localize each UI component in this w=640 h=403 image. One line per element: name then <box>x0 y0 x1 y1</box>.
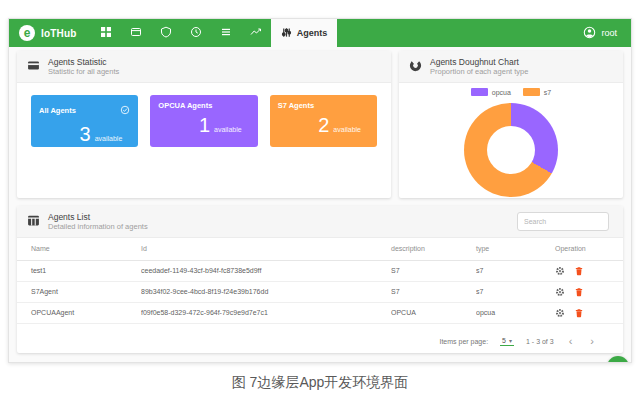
trending-icon <box>250 24 262 42</box>
table-row: S7Agent 89b34f02-9cee-4bcd-8f19-f24e39b1… <box>17 281 623 302</box>
panel-title: Agents Doughnut Chart <box>430 57 528 68</box>
figure-caption: 图 7边缘层App开发环境界面 <box>0 374 640 392</box>
card-value: 1 <box>199 115 210 135</box>
page-range-label: 1 - 3 of 3 <box>526 338 554 345</box>
legend-item-opcua[interactable]: opcua <box>471 88 511 96</box>
agents-statistic-panel: Agents Statistic Statistic for all agent… <box>17 51 391 198</box>
cell-description: OPCUA <box>391 302 476 323</box>
agents-statistic-header: Agents Statistic Statistic for all agent… <box>17 51 391 83</box>
panel-subtitle: Detailed information of agents <box>48 222 148 231</box>
card-unit: available <box>333 126 361 133</box>
cell-name: test1 <box>17 260 141 281</box>
card-value: 3 <box>80 124 91 144</box>
delete-button[interactable] <box>574 308 584 318</box>
agents-list-header: Agents List Detailed information of agen… <box>17 206 623 238</box>
top-navbar: e IoTHub <box>9 19 631 47</box>
tab-agents-label: Agents <box>297 28 328 38</box>
card-unit: available <box>95 135 123 142</box>
agents-list-panel: Agents List Detailed information of agen… <box>17 206 623 353</box>
cell-name: S7Agent <box>17 281 141 302</box>
table-row: OPCUAAgent f09f0e58-d329-472c-964f-79c9e… <box>17 302 623 323</box>
panel-title: Agents List <box>48 212 148 223</box>
shield-icon <box>160 24 172 42</box>
stat-card-all-agents: All Agents 3 available <box>31 95 138 147</box>
table-row: test1 ceedadef-1149-43cf-b94f-fc8738e5d9… <box>17 260 623 281</box>
devices-icon <box>130 24 142 42</box>
equalizer-icon <box>281 27 292 40</box>
panel-subtitle: Proportion of each agent type <box>430 67 528 76</box>
settings-button[interactable] <box>555 308 565 318</box>
cell-id: 89b34f02-9cee-4bcd-8f19-f24e39b176dd <box>141 281 391 302</box>
panel-title: Agents Statistic <box>48 57 119 68</box>
card-label: S7 Agents <box>278 101 314 110</box>
nav-devices-button[interactable] <box>121 19 151 47</box>
col-id: Id <box>141 238 391 260</box>
nav-analytics-button[interactable] <box>241 19 271 47</box>
cell-type: s7 <box>476 260 541 281</box>
card-icon <box>27 58 40 76</box>
col-operation: Operation <box>541 238 623 260</box>
legend-item-s7[interactable]: s7 <box>523 88 551 96</box>
items-per-page-label: Items per page: <box>439 338 488 345</box>
doughnut-chart <box>464 103 558 197</box>
agents-doughnut-panel: Agents Doughnut Chart Proportion of each… <box>399 51 623 198</box>
cell-type: s7 <box>476 281 541 302</box>
chart-legend: opcua s7 <box>399 88 623 96</box>
agents-table: Name Id description type Operation test1… <box>17 238 623 324</box>
cell-name: OPCUAAgent <box>17 302 141 323</box>
delete-button[interactable] <box>574 266 584 276</box>
nav-logs-button[interactable] <box>211 19 241 47</box>
app-window: e IoTHub <box>8 18 632 363</box>
person-icon <box>583 26 596 41</box>
page: e IoTHub <box>0 0 640 403</box>
username-label: root <box>601 28 617 38</box>
pagination: Items per page: 5 ▾ 1 - 3 of 3 ‹ › <box>439 335 597 347</box>
user-menu[interactable]: root <box>583 19 631 47</box>
legend-swatch-opcua <box>471 88 488 96</box>
cell-description: S7 <box>391 281 476 302</box>
card-label: All Agents <box>39 106 76 115</box>
nav-spacer <box>337 19 583 47</box>
dashboard-icon <box>100 24 112 42</box>
nav-history-button[interactable] <box>181 19 211 47</box>
table-header-row: Name Id description type Operation <box>17 238 623 260</box>
agents-doughnut-header: Agents Doughnut Chart Proportion of each… <box>399 51 623 83</box>
check-circle-icon <box>120 101 130 119</box>
legend-label: s7 <box>544 89 551 96</box>
add-agent-fab[interactable] <box>607 356 629 363</box>
card-unit: available <box>214 126 242 133</box>
card-value: 2 <box>318 115 329 135</box>
items-per-page-value: 5 <box>502 337 506 344</box>
table-icon <box>27 213 40 231</box>
col-name: Name <box>17 238 141 260</box>
legend-swatch-s7 <box>523 88 540 96</box>
col-description: description <box>391 238 476 260</box>
chevron-down-icon: ▾ <box>509 337 512 344</box>
panel-subtitle: Statistic for all agents <box>48 67 119 76</box>
items-per-page-select[interactable]: 5 ▾ <box>500 336 514 346</box>
col-type: type <box>476 238 541 260</box>
card-label: OPCUA Agents <box>158 101 212 110</box>
doughnut-chart-body: opcua s7 <box>399 83 623 198</box>
tab-agents[interactable]: Agents <box>271 19 338 47</box>
iothub-logo-icon: e <box>19 25 35 41</box>
brand-title: IoTHub <box>41 28 77 39</box>
cell-description: S7 <box>391 260 476 281</box>
settings-button[interactable] <box>555 287 565 297</box>
next-page-button[interactable]: › <box>587 335 597 347</box>
cell-id: ceedadef-1149-43cf-b94f-fc8738e5d9ff <box>141 260 391 281</box>
stat-cards: All Agents 3 available OPCUA Agents <box>17 83 391 159</box>
content-area: Agents Statistic Statistic for all agent… <box>9 47 631 353</box>
nav-security-button[interactable] <box>151 19 181 47</box>
delete-button[interactable] <box>574 287 584 297</box>
history-icon <box>190 24 202 42</box>
list-icon <box>220 24 232 42</box>
nav-dashboard-button[interactable] <box>91 19 121 47</box>
search-input[interactable] <box>517 212 609 231</box>
prev-page-button[interactable]: ‹ <box>566 335 576 347</box>
stat-card-s7-agents: S7 Agents 2 available <box>270 95 377 147</box>
settings-button[interactable] <box>555 266 565 276</box>
legend-label: opcua <box>492 89 511 96</box>
stat-card-opcua-agents: OPCUA Agents 1 available <box>150 95 257 147</box>
brand-home[interactable]: e IoTHub <box>9 19 77 47</box>
